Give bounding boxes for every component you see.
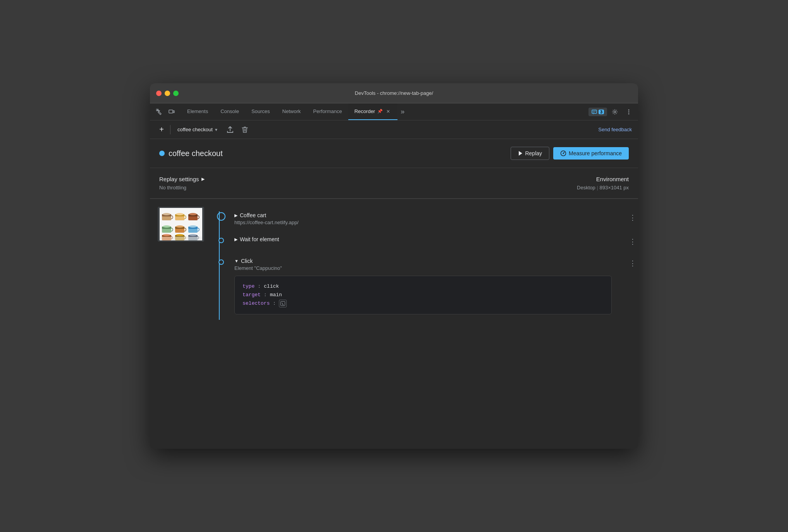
console-messages-button[interactable]: 3: [588, 108, 607, 116]
maximize-button[interactable]: [173, 91, 179, 96]
svg-point-9: [563, 153, 564, 154]
recording-header: coffee checkout Replay Measure performan…: [150, 139, 638, 168]
step-title-navigate[interactable]: ▶ Coffee cart: [234, 212, 627, 218]
svg-point-13: [163, 213, 170, 215]
settings-expand-arrow: ▶: [201, 177, 205, 182]
tab-elements[interactable]: Elements: [181, 103, 214, 120]
steps-area: ▶ Coffee cart https://coffee-cart.netlif…: [150, 199, 638, 328]
status-indicator: [159, 151, 165, 156]
tab-list: Elements Console Sources Network Perform…: [178, 103, 588, 120]
minimize-button[interactable]: [165, 91, 170, 96]
svg-rect-1: [169, 110, 173, 113]
window-title: DevTools - chrome://new-tab-page/: [355, 90, 433, 96]
environment-detail: Desktop | 893×1041 px: [577, 185, 629, 190]
step-wait: ▶ Wait for element ⋮: [215, 231, 638, 252]
send-feedback-link[interactable]: Send feedback: [598, 127, 632, 132]
svg-rect-3: [592, 110, 597, 113]
step-title-wait[interactable]: ▶ Wait for element: [234, 236, 627, 242]
more-options-icon[interactable]: [623, 106, 635, 118]
close-button[interactable]: [156, 91, 162, 96]
inspector-icon[interactable]: [153, 106, 165, 118]
step-menu-click[interactable]: ⋮: [627, 258, 638, 269]
delete-button[interactable]: [239, 124, 251, 136]
navigate-expand-arrow[interactable]: ▶: [234, 213, 237, 218]
tab-performance[interactable]: Performance: [307, 103, 348, 120]
recording-selector[interactable]: coffee checkout ▾: [174, 125, 221, 134]
recording-title: coffee checkout: [159, 149, 223, 158]
wait-expand-arrow[interactable]: ▶: [234, 237, 237, 242]
step-content-navigate: ▶ Coffee cart https://coffee-cart.netlif…: [234, 212, 627, 225]
code-line-target: target : main: [243, 291, 604, 299]
step-navigate: ▶ Coffee cart https://coffee-cart.netlif…: [215, 207, 638, 231]
step-subtitle-click: Element "Cappucino": [234, 265, 627, 271]
step-title-click[interactable]: ▼ Click: [234, 258, 627, 264]
devtools-right-actions: 3: [588, 106, 635, 118]
title-bar: DevTools - chrome://new-tab-page/: [150, 83, 638, 103]
step-menu-navigate[interactable]: ⋮: [627, 212, 638, 223]
tab-network[interactable]: Network: [276, 103, 307, 120]
recording-actions: Replay Measure performance: [511, 147, 629, 160]
recording-name: coffee checkout: [169, 149, 223, 158]
environment-title: Environment: [577, 176, 629, 182]
throttling-label: No throttling: [159, 185, 205, 190]
code-line-selectors: selectors :: [243, 299, 604, 308]
environment-info: Environment Desktop | 893×1041 px: [577, 176, 629, 190]
step-dot-wait: [219, 238, 224, 243]
svg-point-5: [628, 109, 630, 110]
thumbnail-image: [160, 208, 202, 240]
step-content-click: ▼ Click Element "Cappucino" type : click: [234, 258, 627, 314]
step-menu-wait[interactable]: ⋮: [627, 236, 638, 247]
devtools-tabs-bar: Elements Console Sources Network Perform…: [150, 103, 638, 120]
step-code-block: type : click target : main selectors: [234, 276, 612, 314]
step-dot-click: [219, 259, 224, 265]
settings-icon[interactable]: [609, 106, 621, 118]
pin-icon: 📌: [377, 109, 383, 114]
svg-point-37: [189, 234, 197, 236]
chevron-down-icon: ▾: [215, 127, 217, 132]
devtools-window: DevTools - chrome://new-tab-page/ Elemen…: [150, 83, 638, 449]
svg-rect-2: [173, 111, 174, 113]
timeline-column: ▶ Coffee cart https://coffee-cart.netlif…: [212, 207, 638, 320]
recorder-content: coffee checkout Replay Measure performan…: [150, 139, 638, 449]
replay-settings-toggle[interactable]: Replay settings ▶: [159, 176, 205, 182]
svg-point-6: [628, 111, 630, 112]
tabs-overflow-button[interactable]: »: [397, 108, 408, 116]
tab-console[interactable]: Console: [214, 103, 245, 120]
svg-point-31: [163, 234, 170, 236]
svg-point-22: [163, 225, 170, 228]
add-recording-button[interactable]: +: [156, 124, 167, 135]
step-content-wait: ▶ Wait for element: [234, 236, 627, 242]
step-click: ▼ Click Element "Cappucino" type : click: [215, 252, 638, 320]
toolbar-divider: [170, 125, 170, 134]
svg-point-7: [628, 113, 630, 114]
recording-thumbnail: [158, 207, 204, 242]
traffic-lights: [156, 91, 179, 96]
replay-button[interactable]: Replay: [511, 147, 549, 160]
tab-sources[interactable]: Sources: [245, 103, 276, 120]
measure-performance-button[interactable]: Measure performance: [553, 147, 629, 160]
recorder-toolbar: + coffee checkout ▾ Send feedback: [150, 120, 638, 139]
selectors-picker-icon[interactable]: [279, 300, 287, 307]
svg-point-4: [614, 111, 616, 113]
thumbnail-column: [150, 207, 212, 320]
svg-point-28: [189, 225, 197, 228]
svg-rect-39: [281, 302, 285, 306]
step-url-navigate: https://coffee-cart.netlify.app/: [234, 220, 627, 225]
close-tab-button[interactable]: ✕: [385, 108, 391, 115]
svg-point-16: [176, 213, 184, 215]
svg-point-25: [176, 225, 184, 228]
svg-rect-38: [160, 237, 202, 240]
device-toolbar-icon[interactable]: [165, 106, 178, 118]
replay-settings: Replay settings ▶ No throttling: [159, 176, 205, 190]
step-dot-navigate: [217, 212, 225, 221]
svg-point-19: [189, 213, 197, 215]
code-line-type: type : click: [243, 282, 604, 291]
click-collapse-arrow[interactable]: ▼: [234, 259, 239, 263]
svg-point-34: [176, 234, 184, 236]
settings-row: Replay settings ▶ No throttling Environm…: [150, 168, 638, 199]
export-button[interactable]: [224, 124, 236, 136]
tab-recorder[interactable]: Recorder 📌 ✕: [348, 103, 397, 120]
